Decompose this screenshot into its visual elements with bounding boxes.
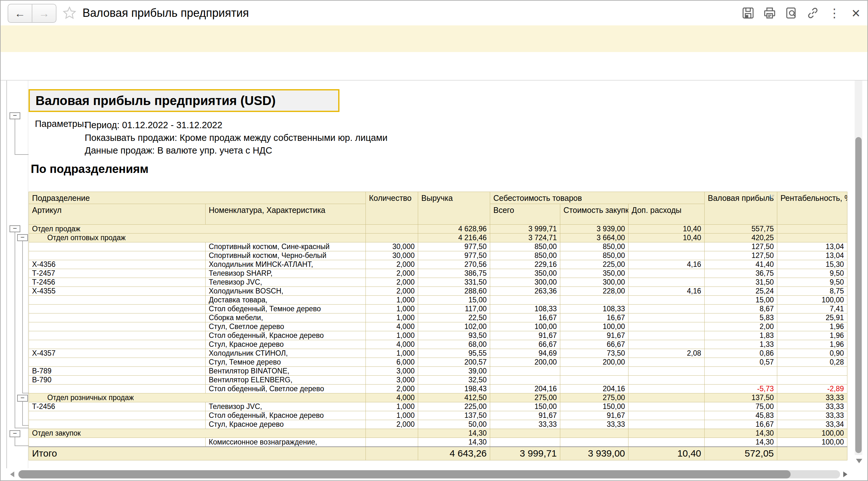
cell-total-label[interactable]: Итого [29,447,366,460]
cell-margin[interactable]: 100,00 [777,296,847,305]
print-preview-icon[interactable] [784,6,798,20]
forward-button[interactable]: → [32,4,56,22]
cell-nomenclature[interactable]: Стол обеденный, Темное дерево [206,305,366,313]
link-icon[interactable] [806,6,820,20]
cell-nomenclature[interactable]: Телевизор SHARP, [206,269,366,278]
cell-revenue[interactable]: 32,50 [418,375,490,385]
group-collapse-box[interactable]: − [17,234,28,241]
cell-revenue[interactable]: 14,30 [418,429,490,438]
cell-margin[interactable] [777,224,847,234]
cell-cost-extra[interactable] [628,269,705,278]
cell-cost-total[interactable]: 263,36 [490,287,560,296]
cell-cost-total[interactable]: 91,67 [490,411,560,420]
group-collapse-box[interactable]: − [9,225,20,232]
header-cost-total[interactable]: Всего [490,204,560,224]
more-menu-icon[interactable]: ⋮ [827,6,841,20]
cell-articul[interactable] [29,385,206,393]
cell-cost-total[interactable]: 91,67 [490,331,560,340]
cell-cost-purchase[interactable]: 275,00 [560,393,628,402]
cell-nomenclature[interactable]: Холодильник МИНСК-АТЛАНТ, [206,260,366,269]
cell-margin[interactable]: 1,96 [777,331,847,340]
cell-cost-extra[interactable] [628,322,705,331]
cell-cost-total[interactable]: 229,16 [490,260,560,269]
cell-revenue[interactable]: 39,00 [418,367,490,375]
cell-revenue[interactable]: 200,57 [418,358,490,367]
cell-qty[interactable]: 1,000 [366,349,418,358]
cell-cost-total[interactable]: 350,00 [490,269,560,278]
cell-cost-extra[interactable]: 4,16 [628,287,705,296]
cell-profit[interactable]: 0,57 [705,358,777,367]
cell-margin[interactable]: 15,30 [777,260,847,269]
cell-articul[interactable] [29,411,206,420]
cell-group-name[interactable]: Отдел розничных продаж [29,393,366,402]
cell-articul[interactable] [29,331,206,340]
cell-cost-extra[interactable] [628,340,705,349]
cell-margin[interactable]: 1,96 [777,322,847,331]
cell-revenue[interactable]: 137,50 [418,411,490,420]
cell-nomenclature[interactable]: Стол обеденный, Красное дерево [206,411,366,420]
cell-cost-total[interactable]: 850,00 [490,242,560,251]
cell-cost-purchase[interactable]: 73,50 [560,349,628,358]
cell-cost-total[interactable] [490,367,560,375]
cell-cost-purchase[interactable]: 3 664,00 [560,234,628,242]
cell-revenue[interactable]: 102,00 [418,322,490,331]
cell-margin[interactable]: 0,90 [777,349,847,358]
cell-cost-extra[interactable]: 4,16 [628,260,705,269]
cell-profit[interactable]: 36,75 [705,269,777,278]
scroll-down-arrow[interactable] [856,459,862,463]
cell-revenue[interactable]: 15,00 [418,296,490,305]
cell-qty[interactable] [366,429,418,438]
cell-articul[interactable]: Х-4355 [29,287,206,296]
cell-cost-total[interactable]: 100,00 [490,322,560,331]
cell-cost-extra[interactable]: 10,40 [628,447,705,460]
cell-revenue[interactable]: 4 628,96 [418,224,490,234]
cell-qty[interactable]: 2,000 [366,385,418,393]
cell-nomenclature[interactable]: Холодильник СТИНОЛ, [206,349,366,358]
cell-nomenclature[interactable]: Стул, Темное дерево [206,358,366,367]
group-collapse-box[interactable]: − [9,112,20,119]
header-articul[interactable]: Артикул [29,204,206,224]
cell-qty[interactable]: 1,000 [366,305,418,313]
cell-margin[interactable]: 33,33 [777,393,847,402]
cell-articul[interactable] [29,438,206,447]
cell-articul[interactable]: Х-4357 [29,349,206,358]
cell-revenue[interactable]: 93,50 [418,331,490,340]
cell-cost-extra[interactable] [628,367,705,375]
cell-cost-extra[interactable] [628,438,705,447]
cell-nomenclature[interactable]: Вентилятор BINATONE, [206,367,366,375]
cell-qty[interactable]: 1,000 [366,313,418,322]
cell-cost-extra[interactable]: 10,40 [628,224,705,234]
cell-cost-total[interactable] [490,375,560,385]
cell-margin[interactable]: 13,04 [777,242,847,251]
cell-revenue[interactable]: 95,55 [418,349,490,358]
cell-qty[interactable]: 2,000 [366,420,418,429]
cell-revenue[interactable]: 412,50 [418,393,490,402]
cell-margin[interactable]: 9,50 [777,278,847,287]
cell-nomenclature[interactable]: Вентилятор ELENBERG, [206,375,366,385]
cell-cost-purchase[interactable]: 850,00 [560,251,628,260]
cell-nomenclature[interactable]: Спортивный костюм, Сине-красный [206,242,366,251]
cell-qty[interactable]: 1,000 [366,402,418,411]
cell-profit[interactable]: 420,25 [705,234,777,242]
cell-revenue[interactable]: 270,56 [418,260,490,269]
cell-articul[interactable]: Т-2456 [29,278,206,287]
cell-profit[interactable]: 1,83 [705,331,777,340]
cell-profit[interactable]: 41,40 [705,260,777,269]
cell-nomenclature[interactable]: Спортивный костюм, Черно-белый [206,251,366,260]
cell-margin[interactable]: 100,00 [777,438,847,447]
cell-nomenclature[interactable]: Стул, Светлое дерево [206,322,366,331]
cell-cost-purchase[interactable]: 66,67 [560,340,628,349]
scroll-right-arrow[interactable] [843,472,847,477]
header-revenue[interactable]: Выручка [418,192,490,224]
cell-margin[interactable] [777,447,847,460]
cell-cost-total[interactable]: 3 999,71 [490,224,560,234]
cell-profit[interactable]: 31,50 [705,278,777,287]
cell-revenue[interactable]: 198,43 [418,385,490,393]
cell-profit[interactable]: -5,73 [705,385,777,393]
cell-cost-purchase[interactable]: 850,00 [560,242,628,251]
cell-profit[interactable]: 557,75 [705,224,777,234]
cell-articul[interactable] [29,322,206,331]
cell-revenue[interactable]: 225,00 [418,402,490,411]
cell-cost-total[interactable]: 275,00 [490,393,560,402]
cell-cost-extra[interactable] [628,385,705,393]
